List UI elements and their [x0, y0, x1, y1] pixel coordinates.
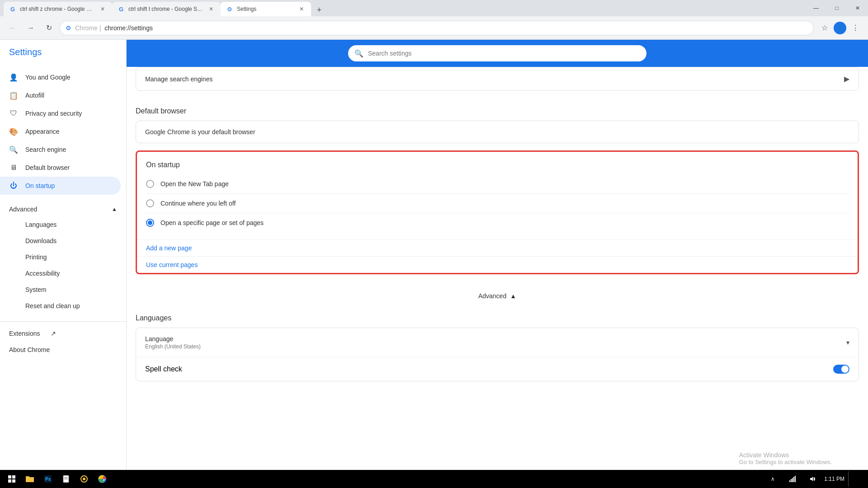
default-browser-status: Google Chrome is your default browser [136, 121, 859, 143]
search-input[interactable] [368, 50, 640, 57]
spell-check-toggle[interactable] [833, 365, 849, 374]
browser-icon: 🖥 [9, 163, 18, 172]
tab-2-close[interactable]: ✕ [207, 5, 215, 13]
svg-rect-14 [789, 480, 790, 482]
sidebar-item-privacy[interactable]: 🛡 Privacy and security [0, 104, 121, 122]
languages-section-title: Languages [136, 310, 859, 328]
startup-option-new-tab-label: Open the New Tab page [160, 180, 229, 188]
toolbar-right: ☆ 👤 ⋮ [817, 21, 863, 35]
accessibility-label: Accessibility [25, 270, 60, 277]
search-box[interactable]: 🔍 [348, 45, 646, 61]
sidebar-item-autofill[interactable]: 📋 Autofill [0, 86, 121, 104]
reload-button[interactable]: ↻ [42, 21, 56, 35]
show-desktop[interactable] [848, 471, 864, 487]
shield-icon: 🛡 [9, 109, 18, 118]
tab-2-favicon: G [118, 5, 125, 13]
toggle-knob [841, 366, 849, 373]
browser-content: Settings 👤 You and Google 📋 Autofill 🛡 P… [0, 40, 868, 488]
external-link-icon: ↗ [51, 330, 56, 337]
advanced-section-header[interactable]: Advanced ▲ [0, 202, 126, 216]
sidebar-item-accessibility[interactable]: Accessibility [0, 265, 121, 282]
url-favicon: ⚙ [66, 24, 71, 32]
startup-option-continue[interactable]: Continue where you left off [146, 194, 849, 213]
sidebar-header: Settings [0, 40, 126, 65]
advanced-label: Advanced [9, 206, 37, 213]
advanced-toggle-row: Advanced ▲ [136, 282, 859, 310]
startup-option-new-tab[interactable]: Open the New Tab page [146, 174, 849, 194]
sidebar-item-label: Appearance [25, 128, 60, 135]
url-separator: Chrome | [75, 24, 101, 32]
svg-rect-16 [792, 478, 793, 482]
sidebar-item-languages[interactable]: Languages [0, 216, 121, 233]
sidebar-item-on-startup[interactable]: ⏻ On startup [0, 177, 121, 195]
startup-option-specific-label: Open a specific page or set of pages [160, 219, 264, 226]
menu-button[interactable]: ⋮ [848, 21, 863, 35]
taskbar-chrome[interactable] [94, 471, 110, 487]
sidebar-title: Settings [9, 47, 117, 57]
manage-search-engines-row[interactable]: Manage search engines ▶ [136, 67, 859, 90]
extensions-item[interactable]: Extensions ↗ [0, 325, 126, 342]
use-current-pages-link[interactable]: Use current pages [137, 256, 858, 273]
maximize-button[interactable]: □ [826, 0, 847, 16]
language-card: Language English (United States) ▾ Spell… [136, 328, 859, 381]
sidebar-item-printing[interactable]: Printing [0, 249, 121, 265]
default-browser-text: Google Chrome is your default browser [145, 128, 255, 136]
tab-1-close[interactable]: ✕ [99, 5, 107, 13]
autofill-icon: 📋 [9, 91, 18, 100]
back-button[interactable]: ← [5, 21, 20, 35]
sidebar-item-reset[interactable]: Reset and clean up [0, 298, 121, 314]
close-button[interactable]: ✕ [847, 0, 868, 16]
taskbar-clock: 1:11 PM [824, 476, 844, 482]
forward-button[interactable]: → [24, 21, 38, 35]
url-bar[interactable]: ⚙ Chrome | chrome://settings [60, 21, 814, 35]
power-icon: ⏻ [9, 181, 18, 190]
manage-search-engines-arrow: ▶ [844, 75, 849, 83]
minimize-button[interactable]: — [806, 0, 826, 16]
manage-search-engines-label: Manage search engines [145, 75, 212, 83]
start-button[interactable] [4, 471, 20, 487]
url-text: chrome://settings [104, 24, 153, 32]
about-chrome-item[interactable]: About Chrome [0, 342, 126, 358]
tab-1-favicon: G [9, 5, 16, 13]
svg-rect-3 [12, 479, 15, 483]
sidebar-item-label: You and Google [25, 74, 71, 81]
sidebar-item-downloads[interactable]: Downloads [0, 233, 121, 249]
tray-icons[interactable]: ∧ [764, 471, 781, 487]
radio-continue [146, 199, 154, 207]
sidebar-item-label: Autofill [25, 92, 44, 99]
bookmark-button[interactable]: ☆ [817, 21, 832, 35]
manage-search-engines-card: Manage search engines ▶ [136, 67, 859, 91]
taskbar-file-explorer[interactable] [22, 471, 38, 487]
sidebar-item-default-browser[interactable]: 🖥 Default browser [0, 159, 121, 177]
person-icon: 👤 [9, 73, 18, 82]
advanced-toggle-label: Advanced [478, 292, 506, 300]
svg-rect-18 [795, 476, 796, 482]
volume-icon[interactable] [804, 471, 821, 487]
profile-button[interactable]: 👤 [834, 22, 846, 34]
system-label: System [25, 286, 47, 293]
advanced-toggle-button[interactable]: Advanced ▲ [471, 289, 524, 303]
tab-2[interactable]: G ctrl shift t chrome - Google Sear... ✕ [112, 2, 221, 16]
sidebar-item-system[interactable]: System [0, 282, 121, 298]
taskbar-notepad[interactable] [58, 471, 74, 487]
language-row[interactable]: Language English (United States) ▾ [136, 328, 859, 357]
sidebar-item-search[interactable]: 🔍 Search engine [0, 141, 121, 159]
sidebar-item-appearance[interactable]: 🎨 Appearance [0, 122, 121, 141]
new-tab-button[interactable]: + [313, 4, 326, 16]
palette-icon: 🎨 [9, 127, 18, 136]
tab-3-close[interactable]: ✕ [297, 5, 306, 13]
sidebar-item-you-google[interactable]: 👤 You and Google [0, 68, 121, 86]
radio-new-tab [146, 180, 154, 188]
network-icon[interactable] [784, 471, 801, 487]
taskbar-browser[interactable] [76, 471, 92, 487]
tab-1-title: ctrl shift z chrome - Google Sear... [20, 6, 95, 12]
settings-header-bar: 🔍 [127, 40, 868, 67]
tab-3[interactable]: ⚙ Settings ✕ [221, 2, 311, 16]
language-name: Language [145, 335, 201, 343]
taskbar: Ps ∧ 1:11 PM [0, 470, 868, 488]
tab-1[interactable]: G ctrl shift z chrome - Google Sear... ✕ [4, 2, 112, 16]
taskbar-photoshop[interactable]: Ps [40, 471, 56, 487]
add-new-page-link[interactable]: Add a new page [137, 239, 858, 256]
startup-option-specific[interactable]: Open a specific page or set of pages [146, 213, 849, 232]
svg-rect-15 [791, 479, 792, 482]
